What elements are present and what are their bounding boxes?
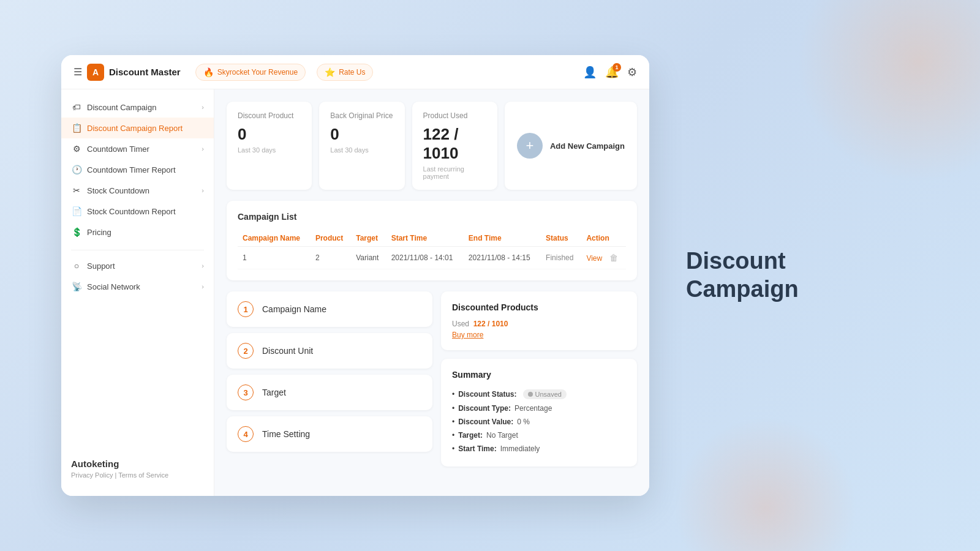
form-steps: 1 Campaign Name 2 Discount Unit 3 Target <box>227 291 432 467</box>
summary-discount-status: Discount Status: Unsaved <box>452 387 626 402</box>
gear-icon: ⚙ <box>627 66 637 78</box>
sidebar-item-discount-campaign[interactable]: 🏷 Discount Campaign › <box>61 97 214 118</box>
sidebar-label-social-network: Social Network <box>87 282 197 291</box>
col-action: Action <box>581 230 626 247</box>
sidebar-item-stock-countdown-report[interactable]: 📄 Stock Countdown Report <box>61 201 214 222</box>
stat-sub-0: Last 30 days <box>238 146 301 154</box>
buy-more-link[interactable]: Buy more <box>452 331 626 339</box>
discounted-products-title: Discounted Products <box>452 302 626 312</box>
col-campaign-name: Campaign Name <box>238 230 311 247</box>
nav-actions: 🔥 Skyrocket Your Revenue ⭐ Rate Us <box>195 64 583 81</box>
star-icon: ⭐ <box>325 67 335 77</box>
form-step-2[interactable]: 2 Discount Unit <box>227 333 432 369</box>
row-action: View 🗑 <box>581 247 626 269</box>
sidebar-label-discount-campaign-report: Discount Campaign Report <box>87 124 204 133</box>
row-product: 2 <box>311 247 351 269</box>
app-title: Discount Master <box>109 67 181 77</box>
step-label-4: Time Setting <box>262 429 310 439</box>
rate-us-pill[interactable]: ⭐ Rate Us <box>317 64 373 81</box>
app-logo-icon: A <box>87 64 104 81</box>
stat-title-2: Product Used <box>423 111 486 120</box>
sidebar-item-stock-countdown[interactable]: ✂ Stock Countdown › <box>61 180 214 201</box>
stat-back-original: Back Original Price 0 Last 30 days <box>319 102 404 190</box>
sidebar-footer: Autoketing Privacy Policy | Terms of Ser… <box>61 449 214 489</box>
settings-btn[interactable]: ⚙ <box>627 66 637 79</box>
sidebar-divider <box>71 250 204 250</box>
campaign-list-title: Campaign List <box>238 212 626 222</box>
page-right-title: Discount Campaign <box>686 247 858 303</box>
hamburger-icon[interactable]: ☰ <box>74 66 82 78</box>
report-icon: 📋 <box>71 123 82 133</box>
user-icon: 👤 <box>583 66 597 78</box>
notification-btn[interactable]: 🔔 1 <box>605 66 619 79</box>
nav-right: 👤 🔔 1 ⚙ <box>583 66 637 79</box>
skyrocket-promo[interactable]: 🔥 Skyrocket Your Revenue <box>195 64 306 81</box>
sidebar-item-support[interactable]: ○ Support › <box>61 255 214 276</box>
step-label-2: Discount Unit <box>262 346 313 356</box>
summary-discount-type: Discount Type: Percentage <box>452 402 626 415</box>
page-wrapper: ☰ A Discount Master 🔥 Skyrocket Your Rev… <box>61 55 919 496</box>
privacy-policy-link[interactable]: Privacy Policy <box>71 471 113 479</box>
sidebar-item-social-network[interactable]: 📡 Social Network › <box>61 276 214 297</box>
stat-value-1: 0 <box>330 125 393 144</box>
row-name: 1 <box>238 247 311 269</box>
support-icon: ○ <box>71 261 82 271</box>
view-button[interactable]: View <box>586 254 602 263</box>
delete-button[interactable]: 🗑 <box>609 253 618 263</box>
unsaved-dot <box>528 392 533 397</box>
countdown-icon: ⚙ <box>71 144 82 154</box>
nav-logo: ☰ A Discount Master <box>74 64 181 81</box>
stat-product-used: Product Used 122 / 1010 Last recurring p… <box>412 102 497 190</box>
step-num-1: 1 <box>238 301 254 317</box>
pricing-icon: 💲 <box>71 227 82 237</box>
sidebar-label-support: Support <box>87 261 197 271</box>
form-step-4[interactable]: 4 Time Setting <box>227 416 432 452</box>
step-num-3: 3 <box>238 384 254 400</box>
summary-list: Discount Status: Unsaved Discount Type: … <box>452 387 626 455</box>
discount-campaign-icon: 🏷 <box>71 102 82 112</box>
sidebar-label-pricing: Pricing <box>87 228 204 237</box>
sidebar-label-stock-countdown-report: Stock Countdown Report <box>87 207 204 216</box>
sidebar-links: Privacy Policy | Terms of Service <box>71 471 204 479</box>
chevron-right-icon-5: › <box>202 283 204 290</box>
countdown-report-icon: 🕐 <box>71 165 82 174</box>
user-icon-btn[interactable]: 👤 <box>583 66 597 79</box>
stat-cards: Discount Product 0 Last 30 days Back Ori… <box>227 102 637 190</box>
form-step-3[interactable]: 3 Target <box>227 375 432 410</box>
terms-link[interactable]: Terms of Service <box>118 471 168 479</box>
summary-title: Summary <box>452 370 626 380</box>
summary-target: Target: No Target <box>452 429 626 442</box>
sidebar-label-countdown-timer: Countdown Timer <box>87 144 197 154</box>
col-end-time: End Time <box>464 230 541 247</box>
notification-badge: 1 <box>612 63 621 72</box>
sidebar-section-main: 🏷 Discount Campaign › 📋 Discount Campaig… <box>61 97 214 242</box>
row-target: Variant <box>351 247 386 269</box>
sidebar-item-discount-campaign-report[interactable]: 📋 Discount Campaign Report <box>61 118 214 138</box>
sidebar-item-pricing[interactable]: 💲 Pricing <box>61 222 214 242</box>
stat-value-2: 122 / 1010 <box>423 125 486 163</box>
promo-icon: 🔥 <box>203 67 214 77</box>
main-content: Discount Product 0 Last 30 days Back Ori… <box>214 89 649 496</box>
chevron-right-icon-2: › <box>202 145 204 152</box>
sidebar-item-countdown-timer-report[interactable]: 🕐 Countdown Timer Report <box>61 159 214 180</box>
campaign-table-card: Campaign List Campaign Name Product Targ… <box>227 201 637 280</box>
stock-icon: ✂ <box>71 186 82 195</box>
form-summary-layout: 1 Campaign Name 2 Discount Unit 3 Target <box>227 291 637 467</box>
summary-start-time: Start Time: Immediately <box>452 442 626 455</box>
stat-sub-2: Last recurring payment <box>423 165 486 180</box>
stat-title-0: Discount Product <box>238 111 301 120</box>
col-status: Status <box>541 230 581 247</box>
add-campaign-card[interactable]: + Add New Campaign <box>505 102 637 190</box>
step-num-2: 2 <box>238 343 254 359</box>
summary-card: Summary Discount Status: Unsaved Discoun <box>441 359 637 467</box>
add-campaign-icon: + <box>517 133 543 159</box>
social-icon: 📡 <box>71 282 82 291</box>
sidebar-item-countdown-timer[interactable]: ⚙ Countdown Timer › <box>61 138 214 159</box>
summary-discount-value: Discount Value: 0 % <box>452 415 626 429</box>
row-status: Finished <box>541 247 581 269</box>
col-product: Product <box>311 230 351 247</box>
stat-title-1: Back Original Price <box>330 111 393 120</box>
form-step-1[interactable]: 1 Campaign Name <box>227 291 432 327</box>
step-label-1: Campaign Name <box>262 304 326 314</box>
app-window: ☰ A Discount Master 🔥 Skyrocket Your Rev… <box>61 55 649 496</box>
